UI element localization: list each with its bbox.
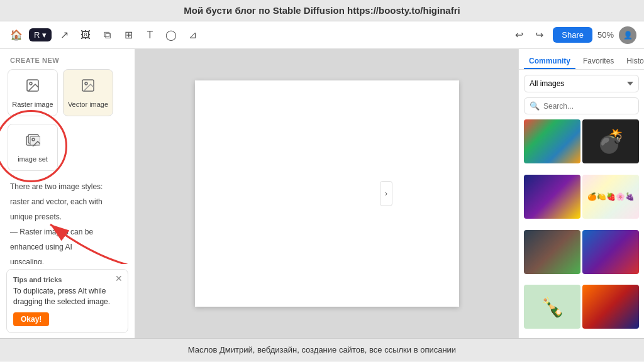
shape-icon[interactable]: ⊿ (184, 26, 201, 44)
crop-icon[interactable]: ⊞ (119, 26, 137, 44)
create-new-header: CREATE NEW (0, 49, 135, 69)
redo-button[interactable]: ↪ (530, 26, 548, 44)
raster-label: Raster image (12, 101, 53, 108)
right-tabs: Community Favorites History (519, 49, 644, 70)
share-button[interactable]: Share (553, 27, 592, 43)
undo-button[interactable]: ↩ (510, 26, 528, 44)
desc-line-5: enhanced using AI (10, 241, 125, 253)
search-input[interactable] (543, 102, 638, 111)
canvas-area[interactable]: › (135, 49, 518, 338)
images-filter-dropdown[interactable]: All images Photos Illustrations Vectors (524, 75, 639, 92)
desc-line-6: upscaling. (10, 256, 125, 264)
search-box: 🔍 (524, 97, 639, 114)
panel-toggle-button[interactable]: › (380, 181, 392, 206)
top-banner-text: Мой бусти блог по Stable Diffusion https… (184, 5, 460, 16)
image-cell-4[interactable] (524, 230, 580, 274)
tips-header: Tips and tricks (13, 276, 121, 283)
okay-button[interactable]: Okay! (13, 312, 49, 326)
toolbar-right: ↩ ↪ Share 50% 👤 (510, 26, 636, 44)
canvas-white[interactable] (195, 80, 459, 307)
image-cell-2[interactable] (524, 175, 580, 219)
desc-line-4: — Raster images can be (10, 226, 125, 238)
home-icon[interactable]: 🏠 (8, 26, 25, 44)
create-raster-item[interactable]: Raster image (8, 69, 58, 116)
description-text: There are two image styles: raster and v… (0, 176, 135, 264)
image-cell-0[interactable] (524, 119, 580, 163)
create-vector-item[interactable]: Vector image (63, 69, 113, 116)
tips-text: To duplicate, press Alt while dragging t… (13, 286, 121, 307)
image-cell-3[interactable]: 🍊🍋🍓🌸🍇 (582, 175, 639, 219)
image-grid: 💣 🍊🍋🍓🌸🍇 🍾 (519, 119, 644, 338)
circle-icon[interactable]: ◯ (162, 26, 180, 44)
vector-icon (80, 78, 96, 97)
image-cell-7[interactable] (582, 285, 639, 329)
main-area: CREATE NEW Raster image (0, 49, 644, 338)
create-items-top-row: Raster image Vector image (0, 69, 135, 124)
photo-icon[interactable]: 🖼 (77, 26, 94, 44)
tab-favorites[interactable]: Favorites (578, 54, 619, 69)
tool-label: R (34, 30, 40, 40)
image-cell-5[interactable] (582, 230, 639, 274)
image-set-wrapper: image set (8, 124, 127, 171)
raster-icon (25, 78, 40, 97)
toolbar: 🏠 R ▾ ↗ 🖼 ⧉ ⊞ T ◯ ⊿ ↩ ↪ Share 50% 👤 (0, 21, 644, 49)
tool-dropdown[interactable]: R ▾ (29, 28, 52, 41)
image-set-row: image set (0, 124, 135, 176)
svg-point-1 (30, 82, 32, 85)
tab-community[interactable]: Community (524, 54, 575, 69)
undo-redo-group: ↩ ↪ (510, 26, 548, 44)
text-icon[interactable]: T (141, 26, 158, 44)
desc-line-1: There are two image styles: (10, 181, 125, 192)
create-imageset-item[interactable]: image set (8, 124, 58, 171)
image-cell-1[interactable]: 💣 (582, 119, 639, 163)
desc-line-2: raster and vector, each with (10, 196, 125, 207)
search-icon: 🔍 (530, 101, 540, 111)
tips-close-button[interactable]: ✕ (115, 273, 123, 283)
image-cell-6[interactable]: 🍾 (524, 285, 580, 329)
vector-label: Vector image (68, 101, 108, 108)
desc-line-3: unique presets. (10, 211, 125, 222)
tips-box: Tips and tricks ✕ To duplicate, press Al… (6, 269, 128, 333)
bottom-banner-text: Маслов Дмитрий, вебдизайн, создание сайт… (188, 345, 456, 354)
toolbar-left: 🏠 R ▾ ↗ 🖼 ⧉ ⊞ T ◯ ⊿ (8, 26, 505, 44)
bottom-banner: Маслов Дмитрий, вебдизайн, создание сайт… (0, 338, 644, 361)
imageset-icon (25, 133, 40, 151)
imageset-label: image set (18, 155, 48, 163)
svg-point-3 (85, 82, 87, 85)
tab-history[interactable]: History (621, 54, 644, 69)
left-panel-scroll: CREATE NEW Raster image (0, 49, 135, 264)
left-panel: CREATE NEW Raster image (0, 49, 135, 338)
cursor-icon[interactable]: ↗ (55, 26, 73, 44)
avatar[interactable]: 👤 (619, 26, 636, 44)
duplicate-icon[interactable]: ⧉ (98, 26, 116, 44)
dropdown-chevron: ▾ (42, 30, 47, 40)
right-panel: Community Favorites History All images P… (518, 49, 644, 338)
top-banner: Мой бусти блог по Stable Diffusion https… (0, 0, 644, 21)
zoom-level: 50% (597, 30, 614, 40)
